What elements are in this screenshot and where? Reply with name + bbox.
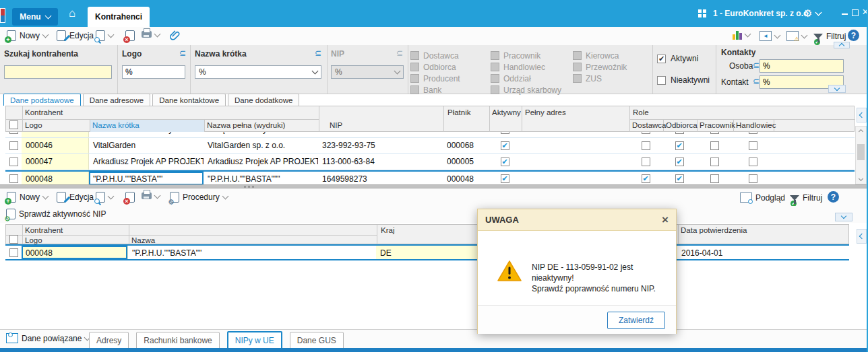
cell-aktywny[interactable]: ✔ bbox=[489, 154, 521, 170]
layout-button[interactable]: ◄ bbox=[760, 31, 780, 41]
select-all-checkbox[interactable] bbox=[9, 235, 18, 244]
cell-logo[interactable]: 000048 bbox=[22, 172, 89, 184]
print-button[interactable] bbox=[142, 28, 160, 38]
cell-logo[interactable]: 000048 bbox=[22, 246, 128, 259]
app-grid-icon[interactable] bbox=[698, 9, 702, 13]
checkbox-icon[interactable] bbox=[749, 174, 757, 183]
cell-logo[interactable]: 000046 bbox=[22, 138, 89, 153]
table-row[interactable]: 000048"P.P.H.U.""BASTA""DE2016-04-01 bbox=[5, 244, 849, 260]
cell-nip[interactable]: 113-000-63-84 bbox=[318, 154, 443, 170]
cell-nazwa-krotka[interactable]: VitalGarden bbox=[89, 138, 204, 153]
delete-button[interactable]: × bbox=[125, 192, 135, 203]
checkbox-icon[interactable]: ✔ bbox=[675, 174, 684, 183]
table-row[interactable]: 000047Arkadiusz Projek AP PROJEKTArkadiu… bbox=[5, 154, 855, 170]
new-button[interactable]: + Nowy bbox=[7, 192, 48, 203]
col-odbiorca-label[interactable]: Odbiorca bbox=[666, 121, 698, 129]
col-handlowiec-label[interactable]: Handlowiec bbox=[736, 121, 776, 129]
related-data-button[interactable]: Dane powiązane bbox=[6, 333, 90, 343]
cell-logo[interactable]: 000047 bbox=[22, 154, 89, 170]
col-kraj-label[interactable]: Kraj bbox=[381, 226, 394, 234]
collapse-filter-button[interactable] bbox=[828, 85, 846, 93]
checkbox-icon[interactable] bbox=[9, 132, 18, 134]
person-filter-input[interactable] bbox=[760, 59, 844, 73]
cell-filler[interactable] bbox=[773, 154, 855, 170]
cell-aktywny[interactable]: ✔ bbox=[489, 132, 521, 137]
checkbox-icon[interactable] bbox=[749, 157, 757, 166]
cell-nazwa-krotka[interactable]: "P.P.H.U.""BASTA"" bbox=[89, 172, 204, 184]
cell-handlowiec[interactable] bbox=[733, 132, 773, 137]
checkbox-icon[interactable]: ✔ bbox=[501, 157, 509, 166]
cell-nazwa-krotka[interactable]: Arkadiusz Projek AP PROJEKT bbox=[89, 154, 204, 170]
cell-pracownik[interactable] bbox=[696, 138, 733, 153]
col-nip-label[interactable]: NIP bbox=[330, 121, 342, 129]
cell-filler[interactable] bbox=[773, 172, 855, 184]
cell-filler[interactable] bbox=[773, 138, 855, 153]
logo-filter-input[interactable] bbox=[122, 65, 185, 79]
print-button[interactable] bbox=[142, 190, 160, 199]
cell-filler[interactable] bbox=[773, 132, 855, 137]
footer-tab-adresy[interactable]: Adresy bbox=[89, 332, 129, 349]
col-logo-label[interactable]: Logo bbox=[25, 236, 42, 244]
checkbox-icon[interactable]: ✔ bbox=[675, 157, 684, 166]
checkbox-icon[interactable]: ✔ bbox=[642, 174, 650, 183]
preview-button[interactable]: Podgląd bbox=[740, 192, 785, 203]
collapse-columns-button[interactable] bbox=[857, 229, 867, 244]
cell-pelny-adres[interactable] bbox=[521, 154, 629, 170]
col-platnik-label[interactable]: Płatnik bbox=[447, 108, 471, 116]
cell-odbiorca[interactable]: ✔ bbox=[662, 138, 696, 153]
footer-tab-rachunki-bankowe[interactable]: Rachunki bankowe bbox=[136, 332, 219, 349]
checkbox-icon[interactable] bbox=[642, 132, 650, 134]
cell-dostawca[interactable] bbox=[629, 154, 662, 170]
cell-pracownik[interactable] bbox=[696, 154, 733, 170]
cell-pracownik[interactable] bbox=[696, 132, 733, 137]
short-name-filter-select[interactable]: % bbox=[195, 65, 321, 79]
checkbox-icon[interactable] bbox=[710, 132, 719, 134]
help-icon[interactable]: ? bbox=[848, 30, 859, 41]
collapse-columns-button[interactable] bbox=[857, 108, 867, 122]
row-checkbox[interactable] bbox=[5, 132, 22, 137]
cell-pelny-adres[interactable] bbox=[521, 172, 629, 184]
collapse-procedures-button[interactable] bbox=[835, 213, 852, 221]
col-logo-label[interactable]: Logo bbox=[25, 121, 42, 129]
tab-dane-podstawowe[interactable]: Dane podstawowe bbox=[3, 94, 81, 106]
cell-handlowiec[interactable] bbox=[733, 138, 773, 153]
cell-logo[interactable]: 000045 bbox=[22, 132, 89, 137]
footer-tab-nipy-w-ue[interactable]: NIPy w UE bbox=[227, 331, 282, 350]
menu-button[interactable]: Menu bbox=[12, 8, 58, 26]
col-nazwa-label[interactable]: Nazwa bbox=[131, 236, 155, 244]
filter-button[interactable]: ✔ Filtruj bbox=[790, 193, 822, 203]
cell-pelny-adres[interactable] bbox=[521, 138, 629, 153]
checkbox-icon[interactable] bbox=[9, 248, 18, 257]
cell-aktywny[interactable]: ✔ bbox=[489, 138, 521, 153]
checkbox-icon[interactable] bbox=[642, 157, 650, 166]
maximize-button[interactable] bbox=[850, 8, 860, 17]
filter-button[interactable]: ✔ Filtruj bbox=[813, 32, 846, 41]
cell-platnik[interactable]: 000048 bbox=[443, 172, 489, 184]
col-pracownik-label[interactable]: Pracownik bbox=[700, 121, 735, 129]
cell-nazwa-pelna[interactable]: Arkadiusz Projek AP PROJEKT bbox=[204, 154, 318, 170]
cell-odbiorca[interactable]: ✔ bbox=[662, 172, 696, 184]
cell-aktywny[interactable]: ✔ bbox=[489, 172, 521, 184]
active-filter-checkbox[interactable]: ✔ Aktywni bbox=[657, 54, 698, 63]
cell-nip[interactable]: 1649598273 bbox=[318, 172, 443, 184]
checkbox-icon[interactable]: ✔ bbox=[501, 174, 509, 183]
search-button[interactable] bbox=[96, 192, 113, 203]
checkbox-icon[interactable] bbox=[9, 141, 18, 150]
col-dostawca-label[interactable]: Dostawca bbox=[632, 121, 666, 129]
checkbox-icon[interactable] bbox=[749, 132, 757, 134]
checkbox-icon[interactable] bbox=[642, 141, 650, 150]
cell-handlowiec[interactable] bbox=[733, 172, 773, 184]
checkbox-icon[interactable] bbox=[9, 157, 18, 166]
edit-button[interactable]: Edycja bbox=[57, 192, 94, 203]
cell-nazwa-krotka[interactable]: US Warszawa Bielany bbox=[89, 132, 204, 137]
tab-dane-adresowe[interactable]: Dane adresowe bbox=[83, 94, 151, 106]
cell-nazwa-pelna[interactable]: Urząd Skarbowy Warszawa Bielany bbox=[204, 132, 318, 137]
procedures-button[interactable]: ⚙ Procedury bbox=[170, 192, 228, 203]
tab-dane-dodatkowe[interactable]: Dane dodatkowe bbox=[228, 94, 299, 106]
cell-pelny-adres[interactable] bbox=[521, 132, 629, 137]
col-nazwa-krotka-label[interactable]: Nazwa krótka bbox=[92, 121, 140, 129]
confirm-button[interactable]: Zatwierdź bbox=[607, 312, 665, 329]
checkbox-icon[interactable] bbox=[9, 174, 18, 183]
checkbox-icon[interactable] bbox=[675, 132, 684, 134]
col-aktywny-label[interactable]: Aktywny bbox=[492, 108, 521, 116]
